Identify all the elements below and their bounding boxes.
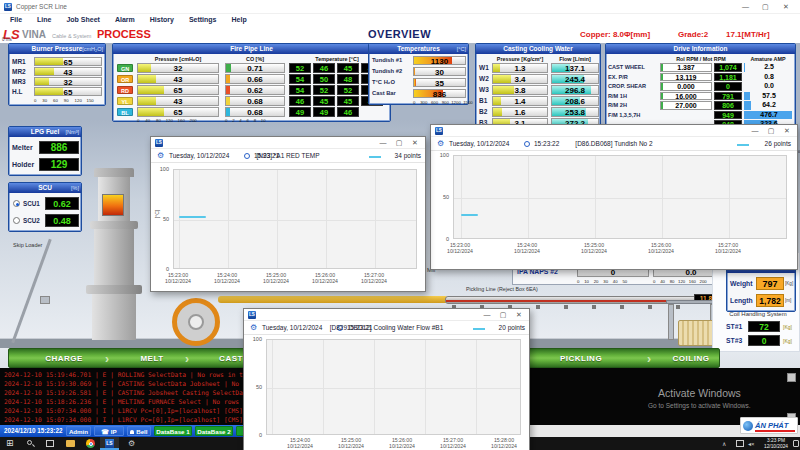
popup-maximize-button[interactable]: ▢ bbox=[763, 125, 779, 137]
trend-series-line bbox=[179, 216, 206, 218]
temp-bar: 1130 bbox=[413, 56, 466, 65]
popup-titlebar[interactable]: LS —▢✕ bbox=[431, 125, 797, 137]
temp-row-label: Tundish #2 bbox=[372, 68, 402, 74]
drive-row-label: R/M 1H bbox=[608, 93, 627, 99]
x-tick: 15:27:0010/12/2024 bbox=[352, 272, 396, 284]
fire-co-bar: 0.68 bbox=[225, 96, 285, 106]
legend-points: 34 points bbox=[395, 149, 421, 163]
burner-bar: 43 bbox=[34, 67, 102, 76]
start-button[interactable]: ⊞ bbox=[6, 439, 15, 448]
fire-temp-cell: 49 bbox=[313, 107, 335, 117]
window-close-button[interactable]: ✕ bbox=[783, 3, 789, 11]
popup-titlebar[interactable]: LS —▢✕ bbox=[244, 309, 529, 321]
anphat-logo: ÁN PHÁT bbox=[740, 417, 798, 434]
scu1-value: 0.62 bbox=[45, 197, 79, 210]
scu2-radio[interactable] bbox=[13, 217, 20, 224]
x-tick: 15:25:0010/12/2024 bbox=[329, 437, 373, 449]
coiler-weight-label: Weight bbox=[730, 280, 753, 287]
band-coiling[interactable]: COILING bbox=[659, 349, 723, 369]
popup-close-button[interactable]: ✕ bbox=[779, 125, 795, 137]
x-tick: 15:28:0010/12/2024 bbox=[482, 437, 526, 449]
window-maximize-button[interactable]: ▢ bbox=[762, 3, 769, 11]
file-explorer-icon[interactable] bbox=[66, 440, 75, 447]
temperatures-panel: Temperatures[°C] Tundish #1 1130 Tundish… bbox=[368, 43, 469, 105]
notification-center-icon[interactable] bbox=[793, 440, 799, 447]
popup-minimize-button[interactable]: — bbox=[747, 125, 763, 137]
app-logo-icon: LS bbox=[4, 3, 12, 11]
ccw-press-bar: 1.3 bbox=[492, 63, 548, 73]
menu-help[interactable]: Help bbox=[232, 16, 247, 27]
drive-amp-bar: 0.8 bbox=[744, 73, 794, 82]
x-tick: 15:24:0010/12/2024 bbox=[278, 437, 322, 449]
burner-row-label: MR3 bbox=[12, 78, 26, 85]
popup-close-button[interactable]: ✕ bbox=[511, 309, 527, 321]
scroll-button-up[interactable] bbox=[787, 373, 796, 382]
popup-close-button[interactable]: ✕ bbox=[407, 137, 423, 149]
anphat-name: ÁN PHÁT bbox=[755, 421, 788, 430]
menu-line[interactable]: Line bbox=[37, 16, 51, 27]
status-database-2[interactable]: DataBase 2 bbox=[195, 426, 233, 436]
pickling-line-label: Pickling Line (Reject Box 6EA) bbox=[466, 286, 538, 292]
chs-st1-unit: [Kg] bbox=[783, 324, 792, 330]
drive-rol-box: 27.000 bbox=[660, 101, 712, 110]
ccw-flow-header: Flow [L/min] bbox=[550, 56, 600, 62]
copper-spec: Copper: 8.0Φ[mm] bbox=[580, 30, 650, 39]
drive-amp-bar: 476.7 bbox=[744, 111, 794, 120]
drive-mot-box: 806 bbox=[714, 101, 742, 110]
band-melt[interactable]: MELT bbox=[117, 349, 187, 369]
settings-gear-icon[interactable]: ⚙ bbox=[128, 439, 137, 448]
fire-temp-cell: 54 bbox=[289, 74, 311, 84]
trend-window-red-temp[interactable]: LS —▢✕ ⚙ Tuesday, 10/12/2024 15:23:21 [N… bbox=[150, 136, 426, 292]
drive-row-label: F/M 1,3,5,7H bbox=[608, 112, 640, 118]
scu1-radio[interactable] bbox=[13, 200, 20, 207]
legend-points: 20 points bbox=[499, 321, 525, 335]
chevron-icon: › bbox=[185, 351, 189, 367]
band-pickling[interactable]: PICKLING bbox=[541, 349, 621, 369]
status-bell[interactable]: Bell bbox=[127, 426, 151, 436]
popup-maximize-button[interactable]: ▢ bbox=[495, 309, 511, 321]
ipa-axis-1: 0 10 20 30 40 50 bbox=[577, 279, 649, 284]
window-minimize-button[interactable]: — bbox=[742, 3, 749, 10]
band-charge[interactable]: CHARGE bbox=[27, 349, 101, 369]
fire-tag-gn: GN bbox=[117, 64, 133, 72]
menu-alarm[interactable]: Alarm bbox=[115, 16, 135, 27]
search-icon[interactable] bbox=[26, 439, 35, 448]
popup-maximize-button[interactable]: ▢ bbox=[391, 137, 407, 149]
scu-title: SCU[%] bbox=[9, 183, 81, 193]
ls-app-taskbar-tile[interactable]: LS bbox=[100, 437, 119, 450]
status-ip-voice[interactable]: ☎ IP Voice bbox=[94, 426, 124, 436]
status-database-1[interactable]: DataBase 1 bbox=[154, 426, 192, 436]
fire-co-bar: 0.71 bbox=[225, 63, 285, 73]
fire-temp-cell: 48 bbox=[337, 74, 359, 84]
activate-windows-text: Activate Windows bbox=[658, 387, 741, 399]
x-tick: 15:25:0010/12/2024 bbox=[572, 242, 616, 254]
tray-clock[interactable]: 3:23 PM12/10/2024 bbox=[760, 438, 792, 449]
ls-window-icon: LS bbox=[435, 127, 443, 135]
popup-minimize-button[interactable]: — bbox=[479, 309, 495, 321]
window-title: Copper SCR Line bbox=[16, 3, 67, 10]
coiler-length-label: Length bbox=[730, 297, 753, 304]
popup-minimize-button[interactable]: — bbox=[375, 137, 391, 149]
ccw-row-label: W3 bbox=[479, 86, 489, 93]
trend-tag: [N93] *A1 RED TEMP bbox=[151, 149, 425, 163]
trend-window-cooling-water[interactable]: LS —▢✕ ⚙ Tuesday, 10/12/2024 15:23:21 [D… bbox=[243, 308, 530, 450]
chs-st3-label: ST#3 bbox=[726, 337, 742, 344]
menu-settings[interactable]: Settings bbox=[189, 16, 217, 27]
drive-rol-box: 13.119 bbox=[660, 73, 712, 82]
tray-chevron-icon[interactable]: ∧ bbox=[722, 440, 726, 447]
ccw-press-bar: 1.6 bbox=[492, 107, 548, 117]
tray-volume-muted-icon[interactable]: ◂× bbox=[748, 440, 755, 447]
trend-window-tundish[interactable]: LS —▢✕ ⚙ Tuesday, 10/12/2024 15:23:22 [D… bbox=[430, 124, 798, 270]
drive-mot-box: 0 bbox=[714, 82, 742, 91]
tray-network-icon[interactable] bbox=[736, 440, 744, 447]
skip-loader-rail bbox=[11, 239, 51, 343]
menu-file[interactable]: File bbox=[10, 16, 22, 27]
task-view-icon[interactable] bbox=[46, 440, 54, 447]
ccw-press-bar: 3.4 bbox=[492, 74, 548, 84]
legend-line bbox=[369, 156, 381, 158]
menu-history[interactable]: History bbox=[150, 16, 174, 27]
popup-titlebar[interactable]: LS —▢✕ bbox=[151, 137, 425, 149]
chrome-icon[interactable] bbox=[86, 439, 95, 448]
menu-job-sheet[interactable]: Job Sheet bbox=[66, 16, 99, 27]
drive-amp-header: Amature AMP bbox=[742, 56, 794, 62]
